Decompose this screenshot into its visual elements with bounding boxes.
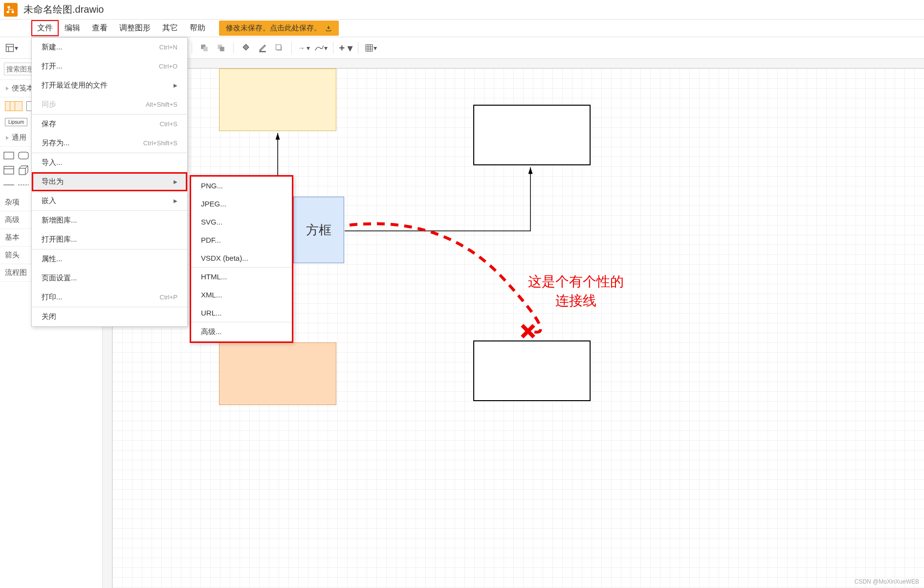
menu-view[interactable]: 查看 <box>86 20 113 36</box>
line-color-icon[interactable] <box>255 41 270 55</box>
file-menu-item[interactable]: 属性... <box>32 249 187 269</box>
file-menu-item[interactable]: 导入... <box>32 153 187 172</box>
app-logo <box>4 3 18 17</box>
example-shape[interactable]: Lipsum <box>5 118 27 126</box>
svg-rect-13 <box>366 45 373 51</box>
file-menu-item[interactable]: 打开最近使用的文件▶ <box>32 76 187 95</box>
menubar: 文件 编辑 查看 调整图形 其它 帮助 修改未保存。点击此处保存。 <box>0 20 924 37</box>
download-icon <box>325 25 332 32</box>
rect-shape-icon[interactable] <box>3 150 15 161</box>
connection-icon[interactable]: → ▾ <box>297 41 311 55</box>
canvas-shape-orange[interactable] <box>219 342 336 405</box>
watermark: CSDN @MoXinXueWEB <box>855 578 919 585</box>
file-menu-item[interactable]: 新建...Ctrl+N <box>32 38 187 57</box>
cube-shape-icon[interactable] <box>18 164 29 176</box>
canvas-shape-yellow[interactable] <box>219 68 336 131</box>
file-menu-item[interactable]: 页面设置... <box>32 269 187 288</box>
file-menu-item: 同步Alt+Shift+S <box>32 95 187 114</box>
shadow-icon[interactable] <box>272 41 286 55</box>
table-icon[interactable]: ▾ <box>363 41 378 55</box>
export-menu-item[interactable]: SVG... <box>191 213 292 231</box>
export-menu-item[interactable]: URL... <box>191 304 292 322</box>
svg-rect-12 <box>276 45 281 50</box>
document-title[interactable]: 未命名绘图.drawio <box>23 3 104 16</box>
export-menu-item[interactable]: HTML... <box>191 268 292 286</box>
menu-help[interactable]: 帮助 <box>184 20 211 36</box>
roundrect-shape-icon[interactable] <box>18 150 29 161</box>
menu-arrange[interactable]: 调整图形 <box>113 20 156 36</box>
file-menu-item[interactable]: 关闭 <box>32 307 187 326</box>
unsaved-banner[interactable]: 修改未保存。点击此处保存。 <box>219 21 339 36</box>
ruler-horizontal <box>103 59 924 68</box>
unsaved-banner-text: 修改未保存。点击此处保存。 <box>226 23 321 33</box>
file-menu-item[interactable]: 另存为...Ctrl+Shift+S <box>32 134 187 153</box>
to-back-icon[interactable] <box>214 41 228 55</box>
file-menu-item[interactable]: 嵌入▶ <box>32 191 187 210</box>
svg-rect-18 <box>4 152 14 159</box>
file-menu-dropdown: 新建...Ctrl+N打开...Ctrl+O打开最近使用的文件▶同步Alt+Sh… <box>31 37 188 327</box>
file-menu-item[interactable]: 保存Ctrl+S <box>32 114 187 134</box>
add-icon[interactable]: + ▾ <box>338 41 353 55</box>
export-submenu-dropdown: PNG...JPEG...SVG...PDF...VSDX (beta)...H… <box>190 175 293 343</box>
annotation-text: 这是个有个性的 连接线 <box>528 272 624 310</box>
menu-edit[interactable]: 编辑 <box>59 20 86 36</box>
line-shape-icon[interactable] <box>3 179 15 191</box>
file-menu-item[interactable]: 打印...Ctrl+P <box>32 288 187 307</box>
export-menu-item[interactable]: JPEG... <box>191 195 292 213</box>
dashed-line-shape-icon[interactable] <box>18 179 29 191</box>
container-shape-icon[interactable] <box>3 164 15 176</box>
to-front-icon[interactable] <box>197 41 212 55</box>
canvas-shape-blue[interactable]: 方框 <box>293 197 344 263</box>
export-menu-item[interactable]: 高级... <box>191 322 292 341</box>
svg-rect-7 <box>203 46 208 51</box>
svg-rect-2 <box>12 11 14 13</box>
file-menu-item[interactable]: 打开...Ctrl+O <box>32 57 187 76</box>
export-menu-item[interactable]: PNG... <box>191 177 292 195</box>
fill-color-icon[interactable] <box>239 41 253 55</box>
svg-rect-22 <box>4 166 14 174</box>
file-menu-item[interactable]: 导出为▶ <box>32 172 187 191</box>
export-menu-item[interactable]: PDF... <box>191 231 292 249</box>
svg-rect-3 <box>6 44 13 51</box>
canvas-shape-white-2[interactable] <box>473 340 591 401</box>
canvas-shape-white-1[interactable] <box>473 105 591 165</box>
toolbar-layout-icon[interactable]: ▾ <box>4 41 19 55</box>
export-menu-item[interactable]: VSDX (beta)... <box>191 249 292 267</box>
waypoint-icon[interactable]: ▾ <box>313 41 328 55</box>
file-menu-item[interactable]: 打开图库... <box>32 230 187 249</box>
export-menu-item[interactable]: XML... <box>191 286 292 304</box>
svg-rect-1 <box>7 11 9 13</box>
svg-rect-19 <box>19 152 28 159</box>
menu-file[interactable]: 文件 <box>31 20 59 36</box>
file-menu-item[interactable]: 新增图库... <box>32 211 187 230</box>
menu-extras[interactable]: 其它 <box>156 20 184 36</box>
svg-rect-9 <box>220 46 224 51</box>
svg-rect-0 <box>7 6 10 8</box>
